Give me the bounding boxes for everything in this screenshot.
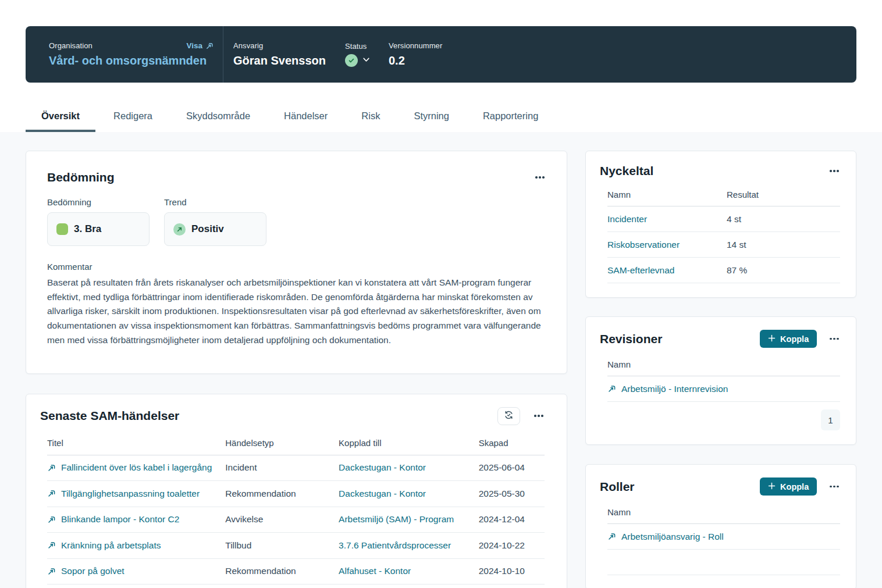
- revision-link[interactable]: Arbetsmiljö - Internrevision: [621, 384, 728, 394]
- linked-object-link[interactable]: Arbetsmiljö (SAM) - Program: [339, 514, 454, 524]
- plus-icon: [768, 334, 776, 344]
- event-title-link[interactable]: Blinkande lampor - Kontor C2: [61, 514, 179, 525]
- trend-value: Positiv: [191, 223, 224, 235]
- column-header-namn: Namn: [607, 359, 631, 369]
- bedomning-value: 3. Bra: [74, 223, 101, 235]
- linked-object-link[interactable]: Dackestugan - Kontor: [339, 462, 426, 472]
- sync-check-icon: [504, 410, 514, 422]
- koppla-button-label: Koppla: [780, 334, 809, 344]
- trend-field: Trend Positiv: [164, 197, 266, 246]
- event-title-link[interactable]: Tillgänglighetsanpassning toaletter: [61, 489, 200, 499]
- content-area: Bedömning Bedömning 3. Bra Trend: [0, 132, 882, 588]
- kpi-result: 87 %: [727, 265, 747, 276]
- plus-icon: [768, 482, 776, 491]
- event-type: Rekommendation: [225, 566, 339, 576]
- refresh-button[interactable]: [497, 407, 520, 425]
- column-header-typ: Händelsetyp: [225, 438, 339, 448]
- table-row: Incidenter 4 st: [607, 206, 840, 232]
- nyckeltal-table-header: Namn Resultat: [607, 190, 840, 206]
- table-row: Arbetsmiljöansvarig - Roll: [607, 524, 840, 550]
- role-link[interactable]: Arbetsmiljöansvarig - Roll: [621, 532, 724, 542]
- table-row: Blinkande lampor - Kontor C2 Avvikelse A…: [47, 507, 545, 533]
- revisioner-card-title: Revisioner: [600, 332, 662, 346]
- column-header-namn: Namn: [607, 190, 727, 199]
- nyckeltal-menu-button[interactable]: [828, 168, 840, 174]
- trend-value-box: Positiv: [164, 212, 266, 246]
- roller-card-title: Roller: [600, 480, 635, 494]
- organisation-value-link[interactable]: Vård- och omsorgsnämnden: [49, 54, 214, 67]
- event-title-link[interactable]: Kränkning på arbetsplats: [61, 540, 161, 551]
- tab-risk[interactable]: Risk: [346, 102, 396, 132]
- event-created-date: 2024-10-10: [479, 566, 545, 576]
- event-type: Avvikelse: [225, 514, 339, 525]
- bedomning-field-label: Bedömning: [47, 197, 150, 207]
- tab-styrning[interactable]: Styrning: [398, 102, 465, 132]
- sam-events-menu-button[interactable]: [533, 412, 545, 419]
- table-row: Riskobservationer 14 st: [607, 232, 840, 258]
- nyckeltal-table: Namn Resultat Incidenter 4 st Riskobserv…: [607, 190, 840, 283]
- bedomning-card-title: Bedömning: [47, 170, 115, 184]
- ansvarig-label: Ansvarig: [233, 41, 345, 50]
- linked-object-link[interactable]: Alfahuset - Kontor: [339, 566, 411, 576]
- kpi-result: 14 st: [727, 240, 746, 250]
- table-row: [607, 550, 840, 575]
- version-section: Versionnummer 0.2: [389, 26, 442, 83]
- event-title-link[interactable]: Sopor på golvet: [61, 566, 125, 576]
- kpi-link[interactable]: Incidenter: [607, 214, 647, 224]
- kpi-link[interactable]: SAM-efterlevnad: [607, 265, 674, 275]
- table-row: SAM-efterlevnad 87 %: [607, 258, 840, 283]
- chevron-down-icon: [362, 55, 371, 66]
- bedomning-card: Bedömning Bedömning 3. Bra Trend: [26, 151, 567, 374]
- revisioner-menu-button[interactable]: [828, 336, 840, 343]
- open-link-icon: [47, 489, 56, 498]
- bedomning-value-box: 3. Bra: [47, 212, 150, 246]
- status-dropdown[interactable]: [345, 54, 389, 67]
- open-link-icon: [47, 567, 56, 576]
- table-row: Rutiner för insamling av farligt avfall …: [47, 585, 545, 588]
- versionnummer-value: 0.2: [389, 54, 442, 67]
- tab-skyddsomrade[interactable]: Skyddsområde: [170, 102, 266, 132]
- koppla-button[interactable]: Koppla: [760, 330, 817, 348]
- open-link-icon: [47, 464, 56, 472]
- open-link-icon: [47, 541, 56, 550]
- column-header-kopplad: Kopplad till: [339, 438, 479, 448]
- column-header-skapad: Skapad: [479, 438, 545, 448]
- tab-rapportering[interactable]: Rapportering: [467, 102, 554, 132]
- right-column: Nyckeltal Namn Resultat Incidenter 4 st …: [585, 151, 856, 588]
- page-top: Organisation Visa Vård- och omsorgsnämnd…: [0, 0, 882, 132]
- trend-up-icon: [173, 223, 186, 236]
- koppla-button[interactable]: Koppla: [760, 477, 817, 496]
- table-row: Fallincident över lös kabel i lagergång …: [47, 455, 545, 482]
- tab-handelser[interactable]: Händelser: [268, 102, 343, 132]
- tab-redigera[interactable]: Redigera: [98, 102, 168, 132]
- sam-events-card: Senaste SAM-händelser Titel Händelsetyp …: [26, 394, 567, 588]
- nyckeltal-card: Nyckeltal Namn Resultat Incidenter 4 st …: [585, 151, 856, 298]
- visa-link[interactable]: Visa: [186, 41, 214, 50]
- roller-table-header: Namn: [607, 507, 840, 524]
- bedomning-field: Bedömning 3. Bra: [47, 197, 150, 246]
- tab-oversikt[interactable]: Översikt: [26, 102, 95, 132]
- ansvarig-section: Ansvarig Göran Svensson: [223, 26, 345, 83]
- linked-object-link[interactable]: 3.7.6 Patientvårdsprocesser: [339, 540, 451, 550]
- open-link-icon: [205, 42, 214, 50]
- event-title-link[interactable]: Fallincident över lös kabel i lagergång: [61, 462, 212, 473]
- left-column: Bedömning Bedömning 3. Bra Trend: [26, 151, 567, 588]
- event-type: Incident: [225, 462, 339, 473]
- pagination-page-1[interactable]: 1: [821, 409, 840, 430]
- status-check-icon: [345, 54, 358, 67]
- event-created-date: 2024-10-22: [479, 540, 545, 551]
- linked-object-link[interactable]: Dackestugan - Kontor: [339, 489, 426, 498]
- event-type: Rekommendation: [225, 489, 339, 499]
- column-header-namn: Namn: [607, 507, 631, 517]
- revisioner-table-header: Namn: [607, 359, 840, 376]
- nyckeltal-card-title: Nyckeltal: [600, 164, 653, 178]
- trend-field-label: Trend: [164, 197, 266, 207]
- sam-events-card-title: Senaste SAM-händelser: [40, 409, 179, 423]
- bedomning-menu-button[interactable]: [534, 174, 546, 181]
- table-row: Kränkning på arbetsplats Tillbud 3.7.6 P…: [47, 533, 545, 559]
- roller-menu-button[interactable]: [828, 483, 840, 490]
- roller-table: Namn Arbetsmiljöansvarig - Roll: [607, 507, 840, 575]
- roller-card: Roller Koppla Namn Arbetsmiljöansvari: [585, 464, 856, 588]
- sam-events-table: Titel Händelsetyp Kopplad till Skapad Fa…: [47, 438, 545, 588]
- kpi-link[interactable]: Riskobservationer: [607, 240, 680, 250]
